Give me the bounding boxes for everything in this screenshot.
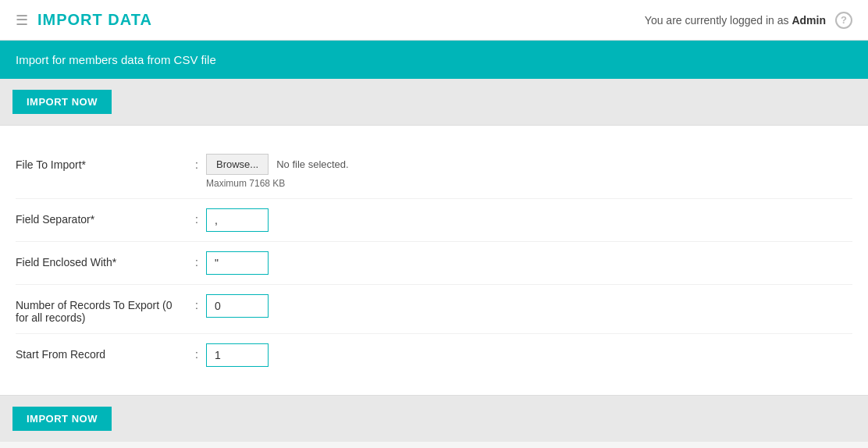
bottom-toolbar: IMPORT NOW [0,395,868,442]
form-row-records-count: Number of Records To Export (0 for all r… [16,285,852,334]
content-area: IMPORT NOW File To Import* : Browse... N… [0,79,868,442]
logged-in-text: You are currently logged in as Admin [645,14,826,27]
max-size-text: Maximum 7168 KB [206,178,852,189]
logged-in-prefix: You are currently logged in as [645,14,789,27]
browse-button[interactable]: Browse... [206,154,269,175]
label-records-count: Number of Records To Export (0 for all r… [16,294,187,324]
help-icon[interactable]: ? [835,12,852,29]
form-area: File To Import* : Browse... No file sele… [0,126,868,395]
logged-in-user: Admin [792,14,826,27]
form-row-separator: Field Separator* : [16,199,852,242]
field-separator-input[interactable] [206,208,269,232]
file-control-area: Browse... No file selected. Maximum 7168… [206,154,852,189]
form-row-start-record: Start From Record : [16,334,852,376]
separator-enclosed: : [187,251,206,268]
hamburger-icon[interactable]: ☰ [16,12,28,29]
page-title: IMPORT DATA [37,11,152,29]
header-right: You are currently logged in as Admin ? [645,12,852,29]
label-start-record: Start From Record [16,343,187,361]
label-field-enclosed: Field Enclosed With* [16,251,187,268]
no-file-text: No file selected. [276,158,349,170]
start-record-input[interactable] [206,343,269,367]
form-row-enclosed: Field Enclosed With* : [16,242,852,285]
form-row-file: File To Import* : Browse... No file sele… [16,144,852,199]
file-input-row: Browse... No file selected. [206,154,852,175]
separator-records-count: : [187,294,206,311]
records-count-input[interactable] [206,294,269,318]
field-enclosed-input[interactable] [206,251,269,275]
separator-field-sep: : [187,208,206,226]
label-field-separator: Field Separator* [16,208,187,226]
field-enclosed-control [206,251,852,275]
banner-text: Import for members data from CSV file [16,53,216,66]
separator-file: : [187,154,206,171]
separator-start-record: : [187,343,206,361]
label-file-to-import: File To Import* [16,154,187,171]
import-now-button-bottom[interactable]: IMPORT NOW [12,407,112,431]
records-count-control [206,294,852,318]
banner: Import for members data from CSV file [0,41,868,79]
field-separator-control [206,208,852,232]
header: ☰ IMPORT DATA You are currently logged i… [0,0,868,41]
top-toolbar: IMPORT NOW [0,79,868,126]
start-record-control [206,343,852,367]
header-left: ☰ IMPORT DATA [16,11,152,29]
import-now-button-top[interactable]: IMPORT NOW [12,90,112,114]
